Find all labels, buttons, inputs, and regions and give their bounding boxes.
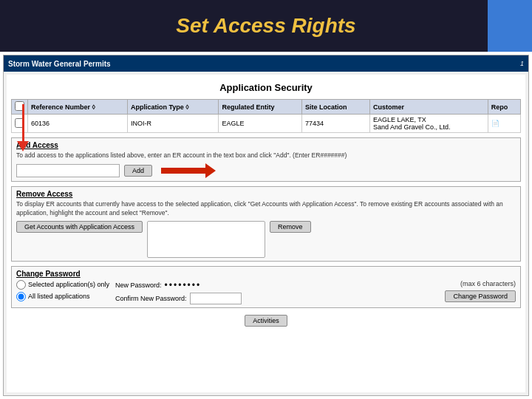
new-password-dots: ••••••••: [165, 280, 202, 290]
col-header-ref-number: Reference Number ◊: [28, 100, 128, 115]
col-header-app-type: Application Type ◊: [127, 100, 218, 115]
radio-selected-only-label: Selected application(s) only: [28, 281, 109, 288]
col-header-reg-entity: Regulated Entity: [219, 100, 302, 115]
decorative-block: [488, 0, 532, 52]
add-access-controls: Add: [16, 163, 516, 178]
table-row: 60136 INOI-R EAGLE 77434 EAGLE LAKE, TXS…: [12, 115, 521, 133]
application-table: Reference Number ◊ Application Type ◊ Re…: [11, 99, 521, 133]
arrow-body: [161, 168, 205, 174]
page-title: Set Access Rights: [176, 14, 355, 38]
add-button[interactable]: Add: [124, 165, 152, 177]
activities-button[interactable]: Activities: [245, 315, 287, 327]
cell-zip: 77434: [301, 115, 369, 133]
remove-access-section: Remove Access To display ER accounts tha…: [11, 186, 521, 262]
add-access-title: Add Access: [16, 141, 516, 149]
accounts-listbox[interactable]: [147, 221, 265, 258]
confirm-password-input[interactable]: [190, 293, 242, 304]
content-wrapper: Application Security Reference Number ◊ …: [7, 75, 525, 392]
title-bar: Set Access Rights: [0, 0, 532, 52]
cell-app-type: INOI-R: [127, 115, 218, 133]
er-account-input[interactable]: [16, 164, 120, 177]
radio-all-listed-input[interactable]: [16, 292, 26, 301]
radio-selected-only[interactable]: Selected application(s) only: [16, 280, 109, 290]
change-password-title: Change Password: [16, 270, 516, 278]
radio-all-listed[interactable]: All listed applications: [16, 292, 109, 301]
add-arrow-indicator: [161, 163, 216, 178]
add-access-section: Add Access To add access to the applicat…: [11, 137, 521, 182]
confirm-password-row: Confirm New Password:: [115, 293, 242, 304]
remove-access-controls: Get Accounts with Application Access Rem…: [16, 221, 516, 258]
app-topbar: Storm Water General Permits 1: [4, 55, 528, 72]
remove-button[interactable]: Remove: [270, 221, 311, 233]
password-controls: Selected application(s) only All listed …: [16, 280, 516, 304]
col-header-repo: Repo: [488, 100, 520, 115]
password-fields: New Password: •••••••• Confirm New Passw…: [115, 280, 242, 304]
cell-repo[interactable]: 📄: [488, 115, 520, 133]
cell-reg-entity: EAGLE: [219, 115, 302, 133]
cell-ref-number: 60136: [28, 115, 128, 133]
radio-selected-only-input[interactable]: [16, 280, 26, 290]
change-password-button[interactable]: Change Password: [445, 290, 516, 302]
radio-group: Selected application(s) only All listed …: [16, 280, 109, 301]
remove-access-description: To display ER accounts that currently ha…: [16, 200, 516, 218]
app-topbar-right: 1: [520, 60, 524, 67]
down-arrow-indicator: [17, 104, 29, 151]
confirm-password-label: Confirm New Password:: [115, 295, 187, 302]
arrow-line: [22, 104, 24, 141]
arrow-head: [17, 141, 29, 151]
radio-all-listed-label: All listed applications: [28, 293, 90, 300]
max-chars-label: (max 6 characters): [460, 280, 516, 287]
main-area: Storm Water General Permits 1 Applicatio…: [3, 55, 529, 396]
remove-access-title: Remove Access: [16, 190, 516, 198]
password-right-controls: (max 6 characters) Change Password: [445, 280, 516, 302]
add-access-description: To add access to the applications listed…: [16, 151, 516, 160]
col-header-site-location: Site Location: [301, 100, 369, 115]
new-password-label: New Password:: [115, 282, 162, 289]
new-password-row: New Password: ••••••••: [115, 280, 242, 290]
app-topbar-title: Storm Water General Permits: [8, 60, 111, 68]
col-header-customer: Customer: [370, 100, 488, 115]
get-accounts-button[interactable]: Get Accounts with Application Access: [16, 221, 143, 233]
cell-site-location: EAGLE LAKE, TXSand And Gravel Co., Ltd.: [370, 115, 488, 133]
change-password-section: Change Password Selected application(s) …: [11, 266, 521, 308]
activities-btn-wrap: Activities: [11, 313, 521, 327]
section-title: Application Security: [11, 79, 521, 93]
arrow-head-right: [205, 163, 216, 178]
